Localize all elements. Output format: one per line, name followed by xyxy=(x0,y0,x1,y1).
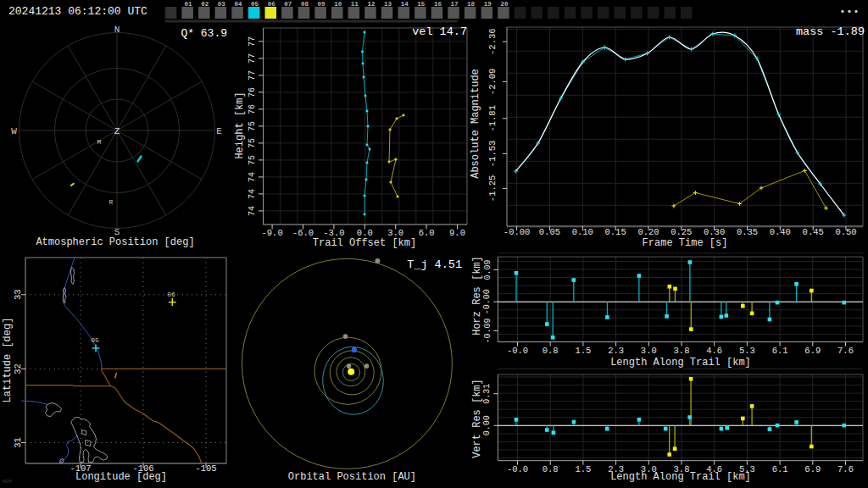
svg-text:06: 06 xyxy=(268,1,276,8)
svg-text:-0.00: -0.00 xyxy=(483,289,492,314)
svg-text:6.0: 6.0 xyxy=(419,228,435,238)
svg-text:-105: -105 xyxy=(195,463,216,474)
svg-text:Frame Time [s]: Frame Time [s] xyxy=(643,237,728,249)
svg-text:0.15: 0.15 xyxy=(604,227,626,237)
svg-text:0.35: 0.35 xyxy=(737,227,758,237)
svg-text:-6.0: -6.0 xyxy=(292,228,314,238)
svg-text:W: W xyxy=(11,126,17,136)
svg-text:14: 14 xyxy=(401,1,409,8)
svg-text:7.6: 7.6 xyxy=(837,464,854,474)
svg-text:-0.0: -0.0 xyxy=(507,464,528,474)
svg-text:0.10: 0.10 xyxy=(572,227,593,237)
svg-text:75: 75 xyxy=(248,138,257,148)
svg-text:06: 06 xyxy=(167,291,175,298)
svg-text:0.05: 0.05 xyxy=(539,227,560,237)
svg-text:Height [km]: Height [km] xyxy=(234,92,246,158)
svg-text:vel 14.7: vel 14.7 xyxy=(412,25,467,38)
svg-text:0.40: 0.40 xyxy=(770,227,791,237)
svg-text:20241213 06:12:00 UTC: 20241213 06:12:00 UTC xyxy=(8,5,147,18)
svg-text:15: 15 xyxy=(417,1,426,8)
svg-text:09: 09 xyxy=(318,1,326,8)
svg-text:Atmospheric Position [deg]: Atmospheric Position [deg] xyxy=(36,236,194,248)
svg-text:07: 07 xyxy=(284,1,292,8)
svg-text:2.3: 2.3 xyxy=(608,346,624,356)
svg-text:16: 16 xyxy=(434,1,442,8)
svg-text:Latitude [deg]: Latitude [deg] xyxy=(2,318,14,403)
svg-text:13: 13 xyxy=(384,1,392,8)
svg-text:0.45: 0.45 xyxy=(803,227,824,237)
svg-text:0.31: 0.31 xyxy=(483,384,492,404)
svg-text:18: 18 xyxy=(467,1,476,8)
svg-text:76: 76 xyxy=(248,104,257,114)
svg-text:Trail Offset [km]: Trail Offset [km] xyxy=(313,237,416,249)
svg-text:6.9: 6.9 xyxy=(804,346,821,356)
svg-text:-1.81: -1.81 xyxy=(487,105,498,132)
svg-text:3.0: 3.0 xyxy=(641,346,657,356)
svg-text:Length Along Trail [km]: Length Along Trail [km] xyxy=(610,357,751,369)
svg-text:17: 17 xyxy=(451,1,459,8)
svg-text:Absolute Magnitude: Absolute Magnitude xyxy=(470,69,481,179)
svg-text:0.25: 0.25 xyxy=(670,227,692,237)
svg-text:12: 12 xyxy=(367,1,376,8)
svg-text:M: M xyxy=(97,138,102,146)
svg-text:-2.09: -2.09 xyxy=(487,69,498,96)
svg-text:7.6: 7.6 xyxy=(837,346,854,356)
svg-text:75: 75 xyxy=(248,155,257,165)
svg-text:11: 11 xyxy=(351,1,359,8)
svg-text:-9.0: -9.0 xyxy=(261,228,282,238)
svg-text:31: 31 xyxy=(13,437,23,448)
svg-text:77: 77 xyxy=(248,36,257,47)
svg-text:3.8: 3.8 xyxy=(674,346,690,356)
svg-text:1.5: 1.5 xyxy=(575,464,591,474)
svg-text:03: 03 xyxy=(218,1,226,8)
svg-text:-1.25: -1.25 xyxy=(487,175,498,202)
svg-text:Q* 63.9: Q* 63.9 xyxy=(181,27,227,40)
svg-text:Orbital Position [AU]: Orbital Position [AU] xyxy=(288,471,416,483)
svg-text:77: 77 xyxy=(248,70,257,80)
svg-text:Longitude [deg]: Longitude [deg] xyxy=(75,471,167,483)
svg-text:Vert Res [km]: Vert Res [km] xyxy=(471,379,483,458)
svg-text:74: 74 xyxy=(248,206,257,216)
svg-text:33: 33 xyxy=(13,289,23,300)
svg-text:mass -1.89: mass -1.89 xyxy=(796,25,865,38)
svg-text:04: 04 xyxy=(235,1,243,8)
svg-text:05: 05 xyxy=(251,1,259,8)
svg-text:02: 02 xyxy=(201,1,209,8)
svg-text:6.9: 6.9 xyxy=(804,464,821,474)
svg-text:E: E xyxy=(216,126,222,136)
svg-text:0.50: 0.50 xyxy=(835,227,856,237)
svg-text:01: 01 xyxy=(185,1,193,8)
svg-text:Horz Res [km]: Horz Res [km] xyxy=(471,256,483,336)
svg-text:75: 75 xyxy=(248,121,257,131)
svg-text:0.8: 0.8 xyxy=(542,346,559,356)
svg-text:1.5: 1.5 xyxy=(575,346,591,356)
svg-text:74: 74 xyxy=(248,172,257,182)
svg-text:-1.53: -1.53 xyxy=(487,141,498,168)
svg-text:0.30: 0.30 xyxy=(704,227,725,237)
svg-text:Z: Z xyxy=(114,126,120,136)
svg-text:RGM: RGM xyxy=(3,479,12,485)
svg-text:R: R xyxy=(109,198,114,206)
svg-text:74: 74 xyxy=(248,189,257,199)
svg-text:0.09: 0.09 xyxy=(483,259,492,280)
svg-text:-0.09: -0.09 xyxy=(483,318,492,343)
svg-text:08: 08 xyxy=(301,1,309,8)
svg-text:-2.36: -2.36 xyxy=(487,28,498,55)
svg-text:6.1: 6.1 xyxy=(772,346,788,356)
svg-text:05: 05 xyxy=(91,336,99,344)
svg-text:32: 32 xyxy=(13,363,23,374)
svg-text:0.8: 0.8 xyxy=(542,464,559,474)
svg-text:0.00: 0.00 xyxy=(483,415,492,435)
svg-text:20: 20 xyxy=(500,1,509,8)
svg-text:4.6: 4.6 xyxy=(706,346,722,356)
svg-text:10: 10 xyxy=(334,1,342,8)
svg-text:-0.0: -0.0 xyxy=(507,346,528,356)
svg-text:T_j 4.51: T_j 4.51 xyxy=(407,258,462,271)
svg-text:9.0: 9.0 xyxy=(449,228,465,238)
svg-text:77: 77 xyxy=(248,53,257,64)
svg-text:6.1: 6.1 xyxy=(772,464,788,474)
svg-text:0.20: 0.20 xyxy=(637,227,659,237)
svg-text:5.3: 5.3 xyxy=(739,346,755,356)
svg-text:Length Along Trail [km]: Length Along Trail [km] xyxy=(610,471,751,483)
svg-text:76: 76 xyxy=(248,87,257,97)
